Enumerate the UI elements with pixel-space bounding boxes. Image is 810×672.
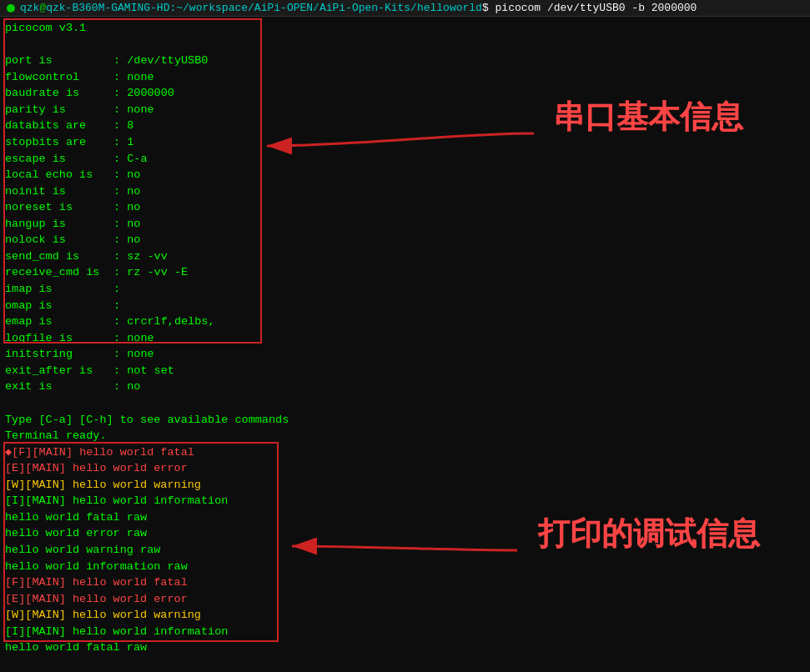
path: :~/workspace/AiPi-OPEN/AiPi-Open-Kits/he…	[169, 2, 481, 14]
log-line: [W][MAIN] hello world warning	[5, 607, 805, 624]
port-line: port is : /dev/ttyUSB0	[5, 53, 805, 69]
status-dot	[7, 4, 15, 13]
terminal-ready: Terminal ready.	[5, 428, 805, 444]
terminal-window: qzk@qzk-B360M-GAMING-HD:~/workspace/AiPi…	[0, 0, 810, 672]
logfile-line: logfile is : none	[5, 330, 805, 347]
help-text: Type [C-a] [C-h] to see available comman…	[5, 412, 805, 429]
receivecmd-line: receive_cmd is : rz -vv -E	[5, 264, 805, 281]
exitafter-line: exit_after is : not set	[5, 363, 805, 379]
label-serial-info: 串口基本信息	[553, 96, 743, 138]
blank2	[5, 395, 805, 412]
hangup-line: hangup is : no	[5, 216, 805, 233]
version-line: picocom v3.1	[5, 20, 805, 37]
log-line: [W][MAIN] hello world warning	[5, 477, 805, 494]
label-debug-info: 打印的调试信息	[538, 513, 760, 555]
noinit-line: noinit is : no	[5, 183, 805, 200]
omap-line: omap is :	[5, 298, 805, 314]
flowcontrol-line: flowcontrol : none	[5, 69, 805, 86]
username: qzk	[20, 2, 39, 14]
initstring-line: initstring : none	[5, 346, 805, 363]
command-text: picocom /dev/ttyUSB0 -b 2000000	[496, 2, 697, 14]
sendcmd-line: send_cmd is : sz -vv	[5, 248, 805, 265]
localecho-line: local echo is : no	[5, 167, 805, 183]
imap-line: imap is :	[5, 281, 805, 298]
log-line: [F][MAIN] hello world fatal	[5, 574, 805, 591]
exit-line: exit is : no	[5, 379, 805, 395]
hostname: qzk-B360M-GAMING-HD	[46, 2, 169, 14]
log-line: [E][MAIN] hello world error	[5, 591, 805, 608]
emap-line: emap is : crcrlf,delbs,	[5, 313, 805, 330]
log-line: hello world information raw	[5, 559, 805, 575]
nolock-line: nolock is : no	[5, 232, 805, 248]
blank1	[5, 37, 805, 53]
title-text: qzk@qzk-B360M-GAMING-HD:~/workspace/AiPi…	[20, 2, 697, 14]
title-bar: qzk@qzk-B360M-GAMING-HD:~/workspace/AiPi…	[0, 0, 810, 17]
log-line: [I][MAIN] hello world information	[5, 624, 805, 640]
log-line: ◆[F][MAIN] hello world fatal	[5, 444, 805, 461]
prompt-symbol: $	[482, 2, 496, 14]
log-line: [I][MAIN] hello world information	[5, 493, 805, 509]
log-line: [E][MAIN] hello world error	[5, 460, 805, 477]
escape-line: escape is : C-a	[5, 151, 805, 168]
log-line: hello world fatal raw	[5, 639, 805, 656]
noreset-line: noreset is : no	[5, 199, 805, 216]
